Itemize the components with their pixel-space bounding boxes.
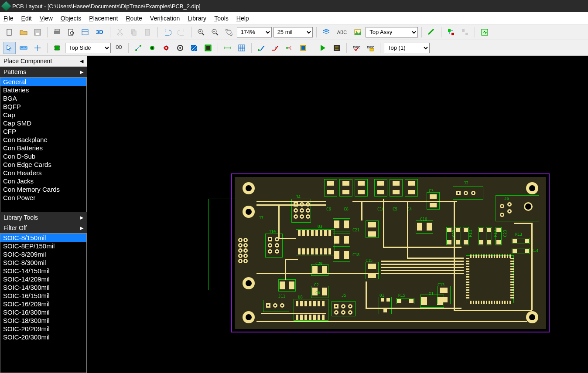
titles-icon[interactable] [79, 26, 91, 38]
sidebar: Place Component ◀ Patterns ▶ GeneralBatt… [0, 56, 87, 373]
list-item[interactable]: Batteries [0, 86, 86, 94]
menu-tools[interactable]: Tools [214, 15, 229, 22]
new-icon[interactable] [3, 26, 16, 38]
list-item[interactable]: SOIC-20/209mil [0, 325, 86, 333]
fanout-icon[interactable] [283, 42, 295, 54]
menu-edit[interactable]: Edit [21, 15, 32, 22]
patterns-label: Patterns [3, 68, 26, 75]
drcsetup-icon[interactable]: DRC [364, 42, 376, 54]
backanno-icon[interactable] [459, 26, 471, 38]
abc-button[interactable]: ABC [334, 26, 350, 38]
checknet-icon[interactable] [331, 42, 343, 54]
list-item[interactable]: SOIC-8/150mil [0, 234, 86, 242]
routemanual-icon[interactable] [255, 42, 267, 54]
list-item[interactable]: Cap [0, 111, 86, 119]
list-item[interactable]: SOIC-16/209mil [0, 300, 86, 308]
routeauto-icon[interactable] [269, 42, 281, 54]
filter-header[interactable]: Filter Off ▶ [0, 223, 87, 233]
pcb-canvas[interactable]: J7 J4 [87, 56, 588, 373]
pad-icon[interactable] [146, 42, 158, 54]
save-icon[interactable] [31, 26, 44, 38]
list-item[interactable]: SOIC-16/300mil [0, 308, 86, 316]
measure-icon[interactable] [425, 26, 438, 38]
schematic-icon[interactable] [479, 26, 491, 38]
component-qfp [466, 255, 514, 303]
menu-file[interactable]: File [3, 15, 14, 22]
zoom-combo[interactable]: 174% [237, 27, 272, 37]
menu-view[interactable]: View [40, 15, 53, 22]
table-icon[interactable] [236, 42, 248, 54]
list-item[interactable]: Con Memory Cards [0, 185, 86, 193]
svg-point-54 [179, 47, 181, 49]
menu-objects[interactable]: Objects [61, 15, 81, 22]
list-item[interactable]: Con Headers [0, 169, 86, 177]
redo-icon[interactable] [175, 26, 188, 38]
paste-icon[interactable] [142, 26, 154, 38]
menu-verification[interactable]: Verification [150, 15, 180, 22]
place-component-header[interactable]: Place Component ◀ [0, 56, 87, 67]
list-item[interactable]: SOIC-18/300mil [0, 316, 86, 325]
menu-route[interactable]: Route [126, 15, 142, 22]
print-icon[interactable] [51, 26, 63, 38]
list-item[interactable]: SOIC-8EP/150mil [0, 242, 86, 250]
renew-icon[interactable] [445, 26, 457, 38]
list-item[interactable]: Con D-Sub [0, 152, 86, 160]
ref-label: C5 [393, 207, 397, 211]
open-icon[interactable] [17, 26, 30, 38]
patterns-header[interactable]: Patterns ▶ [0, 67, 87, 77]
pattern-categories-list[interactable]: GeneralBatteriesBGABQFPCapCap SMDCFPCon … [0, 77, 87, 212]
zoomin-icon[interactable] [195, 26, 207, 38]
list-item[interactable]: SOIC-8/209mil [0, 250, 86, 258]
layers-icon[interactable] [320, 26, 332, 38]
undo-icon[interactable] [161, 26, 174, 38]
menu-help[interactable]: Help [236, 15, 249, 22]
side-combo[interactable]: Top Side [65, 43, 111, 53]
image-icon[interactable] [352, 26, 364, 38]
toolbar-edit: Top Side DRC DRC Top (1) [0, 40, 588, 56]
zoomfit-icon[interactable] [223, 26, 235, 38]
list-item[interactable]: BQFP [0, 102, 86, 111]
copy-icon[interactable] [128, 26, 140, 38]
layerview-combo[interactable]: Top Assy [366, 27, 418, 37]
view3d-button[interactable]: 3D [93, 26, 106, 38]
pointer-icon[interactable] [3, 42, 16, 54]
zoomout-icon[interactable] [209, 26, 221, 38]
menu-library[interactable]: Library [188, 15, 206, 22]
mounthole-icon[interactable] [174, 42, 186, 54]
menu-placement[interactable]: Placement [89, 15, 118, 22]
list-item[interactable]: Con Edge Cards [0, 160, 86, 169]
run-icon[interactable] [317, 42, 329, 54]
list-item[interactable]: SOIC-14/150mil [0, 267, 86, 275]
ratline-icon[interactable] [132, 42, 144, 54]
list-item[interactable]: BGA [0, 94, 86, 102]
layer-combo[interactable]: Top (1) [384, 43, 430, 53]
list-item[interactable]: SOIC-20/300mil [0, 333, 86, 341]
cut-icon[interactable] [114, 26, 126, 38]
component-icon[interactable] [51, 42, 63, 54]
list-item[interactable]: Con Jacks [0, 177, 86, 185]
list-item[interactable]: Con Batteries [0, 144, 86, 152]
find-icon[interactable] [113, 42, 125, 54]
list-item[interactable]: General [0, 78, 86, 86]
list-item[interactable]: Con Backplane [0, 136, 86, 144]
library-tools-header[interactable]: Library Tools ▶ [0, 212, 87, 223]
list-item[interactable]: CFP [0, 127, 86, 136]
origin-icon[interactable] [31, 42, 44, 54]
dimension-icon[interactable] [222, 42, 234, 54]
drc-icon[interactable]: DRC [350, 42, 362, 54]
collapse-arrow-icon: ◀ [80, 58, 83, 64]
list-item[interactable]: SOIC-14/300mil [0, 283, 86, 292]
list-item[interactable]: SOIC-14/209mil [0, 275, 86, 283]
grid-combo[interactable]: 25 mil [273, 27, 313, 37]
via-icon[interactable] [160, 42, 172, 54]
pattern-items-list[interactable]: SOIC-8/150milSOIC-8EP/150milSOIC-8/209mi… [0, 233, 87, 373]
preview-icon[interactable] [65, 26, 77, 38]
list-item[interactable]: SOIC-16/150mil [0, 292, 86, 300]
ruler-icon[interactable] [17, 42, 30, 54]
boardoutline-icon[interactable] [202, 42, 214, 54]
list-item[interactable]: Con Power [0, 193, 86, 202]
bus-icon[interactable] [297, 42, 309, 54]
list-item[interactable]: SOIC-8/300mil [0, 258, 86, 267]
copperpour-icon[interactable] [188, 42, 200, 54]
list-item[interactable]: Cap SMD [0, 119, 86, 127]
